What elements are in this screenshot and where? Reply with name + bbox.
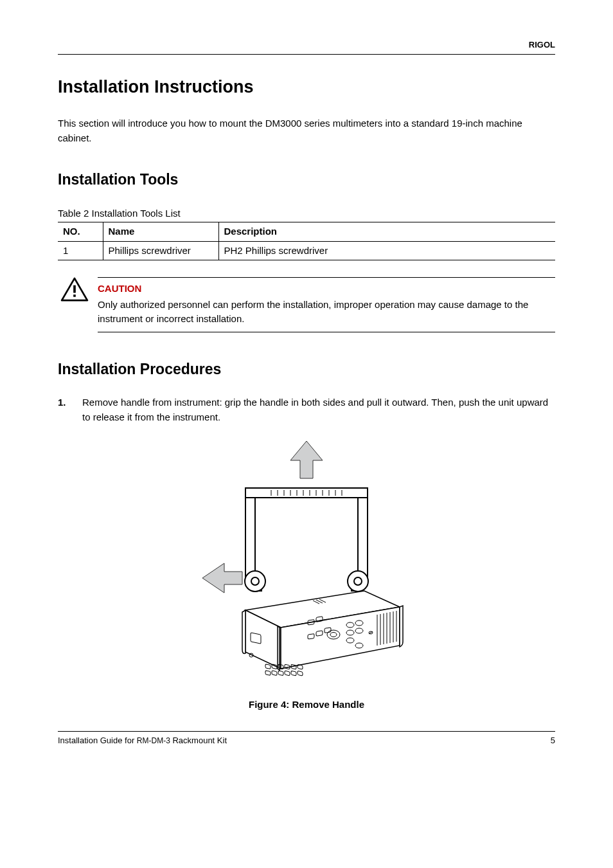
svg-rect-29	[285, 671, 290, 676]
procedure-step-1: 1. Remove handle from instrument: grip t…	[58, 395, 555, 424]
col-header-no: NO.	[58, 222, 103, 242]
caution-text-block: CAUTION Only authorized personnel can pe…	[98, 277, 555, 332]
page-footer: Installation Guide for RM-DM-3 Rackmount…	[58, 731, 555, 747]
svg-rect-30	[291, 671, 296, 676]
tools-table: NO. Name Description 1 Phillips screwdri…	[58, 222, 555, 260]
col-header-name: Name	[103, 222, 218, 242]
svg-rect-20	[265, 664, 271, 669]
caution-description: Only authorized personnel can perform th…	[98, 298, 555, 327]
svg-point-17	[354, 577, 362, 585]
footer-left-mid: RM-DM-3	[137, 736, 170, 745]
heading-installation-procedures: Installation Procedures	[58, 358, 555, 381]
table-row: 1 Phillips screwdriver PH2 Phillips scre…	[58, 241, 555, 260]
svg-rect-0	[73, 285, 76, 293]
remove-handle-illustration	[184, 440, 429, 684]
caution-label: CAUTION	[98, 282, 555, 296]
cell-no: 1	[58, 241, 103, 260]
footer-left-suffix: Rackmount Kit	[170, 736, 227, 745]
procedure-list: 1. Remove handle from instrument: grip t…	[58, 395, 555, 424]
col-header-desc: Description	[218, 222, 555, 242]
brand-header: RIGOL	[58, 39, 555, 55]
figure-remove-handle	[58, 440, 555, 689]
intro-paragraph: This section will introduce you how to m…	[58, 116, 555, 145]
step-number: 1.	[58, 395, 72, 424]
cell-desc: PH2 Phillips screwdriver	[218, 241, 555, 260]
caution-block: CAUTION Only authorized personnel can pe…	[58, 277, 555, 332]
svg-rect-26	[265, 671, 271, 676]
table-header-row: NO. Name Description	[58, 222, 555, 242]
svg-rect-31	[298, 671, 303, 676]
svg-rect-1	[73, 294, 76, 297]
svg-rect-28	[278, 671, 283, 676]
step-text: Remove handle from instrument: grip the …	[82, 395, 555, 424]
warning-triangle-icon	[60, 277, 89, 332]
heading-installation-instructions: Installation Instructions	[58, 74, 555, 100]
heading-installation-tools: Installation Tools	[58, 168, 555, 191]
footer-left-prefix: Installation Guide for	[58, 736, 137, 745]
svg-rect-27	[272, 671, 277, 676]
footer-left: Installation Guide for RM-DM-3 Rackmount…	[58, 734, 227, 747]
tools-table-caption: Table 2 Installation Tools List	[58, 206, 555, 221]
footer-page-number: 5	[551, 734, 555, 747]
figure-caption: Figure 4: Remove Handle	[58, 698, 555, 712]
cell-name: Phillips screwdriver	[103, 241, 218, 260]
svg-point-15	[251, 577, 259, 585]
